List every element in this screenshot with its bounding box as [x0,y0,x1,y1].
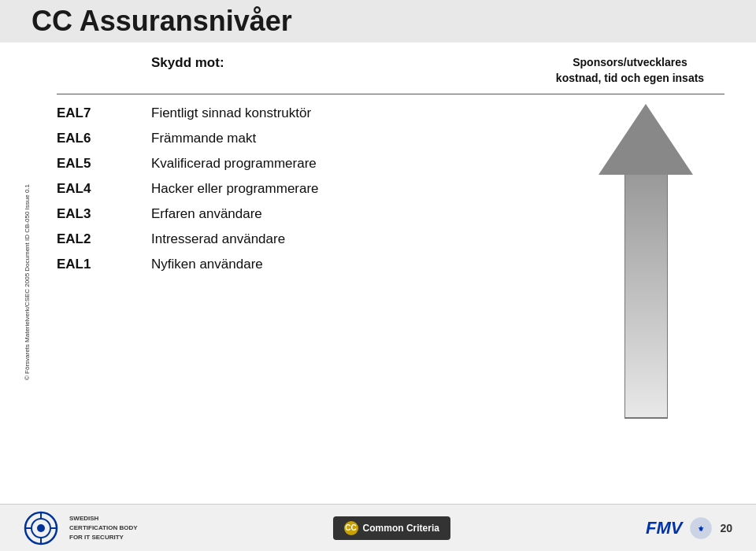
arrow-body [624,175,668,419]
page-title: CC Assuransnivåer [32,5,292,38]
footer-org-block: SWEDISH CERTIFICATION BODY FOR IT SECURI… [69,514,138,542]
header-row: Skydd mot: Sponsors/utvecklares kostnad,… [57,55,724,86]
separator [57,94,724,94]
eal-description: Kvalificerad programmerare [151,156,567,172]
footer-center: CC Common Criteria [333,516,450,540]
eal-label: EAL3 [57,206,151,222]
desc-col-header: Skydd mot: [151,55,536,71]
eal-label: EAL4 [57,181,151,197]
upward-arrow [606,104,685,419]
eal-description: Intresserad användare [151,231,567,247]
table-row: EAL6 Främmande makt [57,126,567,151]
page-number: 20 [720,522,732,534]
table-row: EAL4 Hacker eller programmerare [57,176,567,202]
eal-description: Främmande makt [151,131,567,146]
fmv-emblem-icon: ⚜ [690,517,712,539]
footer: SWEDISH CERTIFICATION BODY FOR IT SECURI… [0,504,756,551]
eal-description: Fientligt sinnad konstruktör [151,105,567,121]
cc-badge: CC Common Criteria [333,516,450,540]
footer-org-line3: FOR IT SECURITY [69,533,138,542]
footer-left: SWEDISH CERTIFICATION BODY FOR IT SECURI… [24,511,138,545]
header-bar: CC Assuransnivåer [0,0,756,43]
eal-label: EAL6 [57,131,151,146]
svg-point-2 [37,524,45,532]
footer-right: FMV ⚜ 20 [646,517,732,539]
eal-label: EAL2 [57,231,151,247]
eal-label: EAL7 [57,105,151,121]
arrow-area [567,101,724,419]
sponsor-line1: Sponsors/utvecklares [573,56,687,68]
content-area: EAL7 Fientligt sinnad konstruktör EAL6 F… [57,101,724,419]
arrow-head [598,104,693,175]
eal-description: Erfaren användare [151,206,567,222]
footer-org-line2: CERTIFICATION BODY [69,523,138,533]
sponsor-col-header: Sponsors/utvecklares kostnad, tid och eg… [536,55,724,86]
table-row: EAL3 Erfaren användare [57,202,567,227]
skydd-header: Skydd mot: [151,55,224,70]
cc-logo-icon: CC [344,521,358,535]
sponsor-line2: kostnad, tid och egen insats [556,72,704,84]
footer-org-line1: SWEDISH [69,514,138,523]
table-row: EAL2 Intresserad användare [57,227,567,252]
eal-label: EAL5 [57,156,151,172]
eal-label: EAL1 [57,257,151,272]
csec-logo-icon [24,511,58,545]
cc-badge-text: Common Criteria [363,523,439,534]
svg-text:⚜: ⚜ [698,525,704,533]
fmv-logo: FMV [646,518,682,538]
table-row: EAL1 Nyfiken användare [57,252,567,277]
eal-description: Nyfiken användare [151,257,567,272]
table-row: EAL5 Kvalificerad programmerare [57,151,567,176]
eal-description: Hacker eller programmerare [151,181,567,197]
vertical-label-container: © Försvarets Materielverk/CSEC 2005 Docu… [0,43,14,515]
eal-table: EAL7 Fientligt sinnad konstruktör EAL6 F… [57,101,567,419]
table-row: EAL7 Fientligt sinnad konstruktör [57,101,567,126]
